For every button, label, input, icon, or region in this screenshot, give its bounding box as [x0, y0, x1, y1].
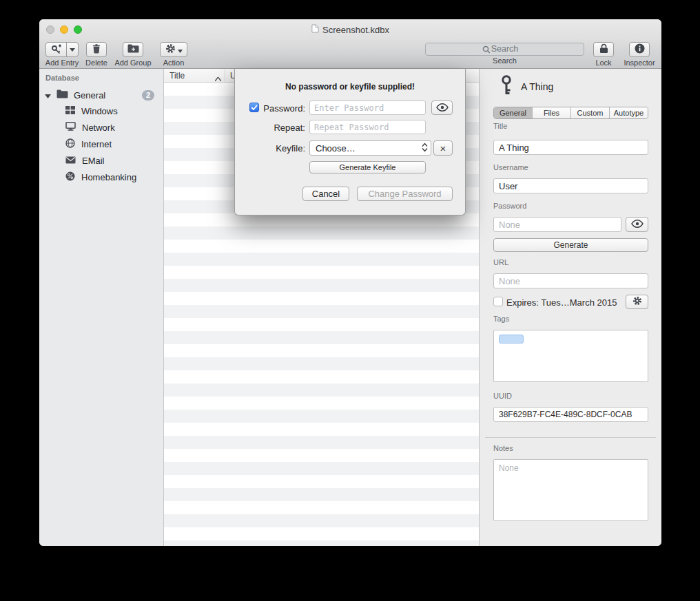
notes-field-label: Notes: [493, 444, 513, 452]
inspector-tabs: General Files Custom Autotype: [493, 107, 648, 119]
url-field[interactable]: [493, 273, 648, 288]
chevron-down-icon: [178, 43, 183, 56]
title-field-label: Title: [493, 122, 507, 130]
key-icon: [497, 74, 515, 99]
info-icon: [635, 43, 645, 56]
desktop-background: Screenshot.kdbx Add Entry: [0, 0, 700, 601]
password-field-label: Password: [493, 202, 526, 210]
divider: [485, 437, 656, 438]
sidebar-item-label: Homebanking: [81, 172, 136, 182]
password-input[interactable]: [309, 101, 426, 115]
tags-field-label: Tags: [493, 315, 509, 323]
password-field[interactable]: [493, 217, 621, 232]
change-password-button[interactable]: Change Password: [357, 187, 453, 201]
eye-icon: [631, 218, 644, 231]
add-group-button[interactable]: [123, 42, 143, 57]
email-icon: [65, 156, 76, 166]
expires-settings-button[interactable]: [626, 295, 648, 309]
folder-icon: [56, 89, 68, 101]
sidebar-item-homebanking[interactable]: Homebanking: [39, 169, 163, 184]
title-field[interactable]: [493, 140, 648, 155]
sidebar-item-internet[interactable]: Internet: [39, 136, 163, 151]
coin-percent-icon: [65, 171, 75, 183]
stepper-icon: [422, 143, 428, 154]
password-checkbox[interactable]: [249, 103, 259, 112]
generate-keyfile-button[interactable]: Generate Keyfile: [309, 161, 426, 173]
inspector-panel: A Thing General Files Custom Autotype Ti…: [479, 69, 661, 546]
gear-icon: [632, 296, 642, 308]
tag-chip[interactable]: [499, 335, 524, 344]
tab-general[interactable]: General: [494, 107, 532, 118]
delete-label: Delete: [85, 59, 107, 67]
entry-title: A Thing: [521, 81, 553, 92]
sidebar-item-label: Windows: [81, 106, 118, 116]
chevron-down-icon[interactable]: [66, 43, 78, 56]
app-window: Screenshot.kdbx Add Entry: [39, 19, 661, 546]
change-password-sheet: No password or keyfile supplied! Passwor…: [234, 69, 466, 215]
lock-button[interactable]: [593, 42, 614, 57]
sidebar-item-email[interactable]: EMail: [39, 153, 163, 168]
uuid-field[interactable]: [493, 407, 648, 422]
sidebar-item-network[interactable]: Network: [39, 120, 163, 135]
action-label: Action: [163, 59, 185, 67]
title-bar[interactable]: Screenshot.kdbx: [39, 19, 661, 40]
key-plus-icon: [46, 43, 66, 56]
generate-password-button[interactable]: Generate: [493, 238, 648, 252]
password-label: Password:: [261, 103, 305, 114]
cancel-button[interactable]: Cancel: [302, 187, 349, 201]
search-input[interactable]: [425, 43, 584, 56]
lock-icon: [599, 43, 608, 56]
add-group-label: Add Group: [114, 59, 151, 67]
lock-label: Lock: [595, 59, 611, 67]
gear-icon: [165, 43, 176, 56]
windows-icon: [65, 106, 75, 116]
sheet-message: No password or keyfile supplied!: [235, 82, 465, 92]
add-entry-label: Add Entry: [45, 59, 79, 67]
reveal-password-button[interactable]: [431, 101, 453, 115]
tags-box[interactable]: [493, 330, 648, 382]
tab-custom[interactable]: Custom: [570, 107, 609, 118]
document-icon: [311, 24, 319, 35]
sidebar: Database General 2 Windows: [39, 69, 163, 546]
disclosure-triangle-icon[interactable]: [45, 90, 51, 101]
column-divider[interactable]: [225, 69, 225, 83]
column-header-title[interactable]: Title: [169, 69, 185, 83]
repeat-password-input[interactable]: [309, 120, 426, 134]
repeat-label: Repeat:: [261, 123, 305, 133]
tab-autotype[interactable]: Autotype: [609, 107, 648, 118]
reveal-password-button[interactable]: [626, 217, 648, 232]
toolbar: Add Entry Delete Add Group: [39, 40, 661, 69]
expires-checkbox[interactable]: [493, 297, 503, 306]
username-field-label: Username: [493, 163, 528, 171]
tab-files[interactable]: Files: [532, 107, 570, 118]
keyfile-popup-value: Choose…: [316, 143, 422, 154]
network-icon: [65, 122, 76, 133]
clear-icon: ×: [440, 143, 446, 154]
entry-count-badge: 2: [142, 90, 154, 101]
sidebar-item-windows[interactable]: Windows: [39, 103, 163, 118]
keyfile-popup-button[interactable]: Choose…: [309, 140, 431, 156]
inspector-button[interactable]: [629, 42, 650, 57]
clear-keyfile-button[interactable]: ×: [433, 140, 453, 156]
keyfile-label: Keyfile:: [261, 143, 305, 154]
inspector-label: Inspector: [624, 59, 655, 67]
sidebar-item-general[interactable]: General 2: [39, 87, 163, 103]
uuid-field-label: UUID: [493, 392, 512, 400]
eye-icon: [436, 102, 449, 114]
username-field[interactable]: [493, 178, 648, 193]
folder-plus-icon: [127, 43, 139, 56]
sort-ascending-icon: [215, 74, 221, 83]
action-button[interactable]: [160, 42, 187, 57]
checkmark-icon: [251, 101, 258, 114]
delete-button[interactable]: [86, 42, 107, 57]
sidebar-item-label: Internet: [81, 139, 112, 149]
sidebar-item-label: Network: [82, 123, 115, 133]
search-label: Search: [493, 56, 517, 65]
add-entry-button[interactable]: [45, 42, 79, 57]
notes-field[interactable]: [493, 459, 648, 521]
window-title: Screenshot.kdbx: [322, 25, 389, 35]
url-field-label: URL: [493, 258, 508, 266]
trash-icon: [92, 43, 101, 56]
expires-label: Expires: Tues…March 2015: [506, 297, 617, 308]
globe-icon: [65, 138, 75, 150]
